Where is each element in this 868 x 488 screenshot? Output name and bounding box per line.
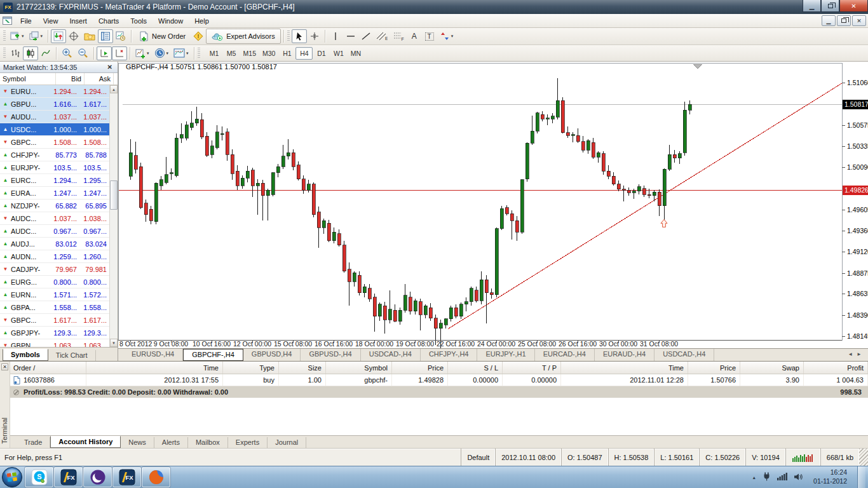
line-chart-mode-button[interactable] xyxy=(38,46,53,60)
network-signal-icon[interactable] xyxy=(777,473,787,482)
timeframe-m1[interactable]: M1 xyxy=(206,47,223,60)
column-ask[interactable]: Ask xyxy=(85,73,114,85)
scrollbar-thumb[interactable] xyxy=(110,180,118,210)
chart-shift-button[interactable] xyxy=(112,46,127,60)
timeframe-d1[interactable]: D1 xyxy=(313,47,330,60)
toolbar-grip[interactable] xyxy=(3,48,6,59)
profiles-button[interactable]: ▾ xyxy=(27,29,46,43)
new-order-button[interactable]: New Order xyxy=(134,29,191,43)
orders-column-4[interactable]: Symbol xyxy=(326,362,392,374)
market-watch-row-nzdjpy[interactable]: ▲NZDJPY-65.88265.895 xyxy=(0,200,109,212)
market-watch-row-audn[interactable]: ▲AUDN...1.259...1.260... xyxy=(0,250,109,263)
tray-clock[interactable]: 16:24 01-11-2012 xyxy=(810,468,851,485)
strategy-tester-button[interactable] xyxy=(113,29,128,43)
market-watch-row-usdc[interactable]: ▲USDC...1.000...1.000... xyxy=(0,123,109,136)
market-watch-column-headers[interactable]: Symbol Bid Ask xyxy=(0,73,118,85)
auto-scroll-button[interactable] xyxy=(97,46,112,60)
timeframe-mn[interactable]: MN xyxy=(347,47,364,60)
column-bid[interactable]: Bid xyxy=(56,73,85,85)
metaquotes-alert-icon[interactable]: ! xyxy=(191,29,206,43)
market-watch-close-icon[interactable]: ✕ xyxy=(105,64,114,71)
market-watch-tab-tick-chart[interactable]: Tick Chart xyxy=(48,350,96,361)
orders-column-3[interactable]: Size xyxy=(279,362,326,374)
templates-button[interactable]: ▾ xyxy=(171,46,191,60)
zoom-out-button[interactable] xyxy=(75,46,91,60)
chart-tab-5[interactable]: CHFJPY-,H4 xyxy=(421,349,478,361)
tab-scroll-arrows-icon[interactable]: ◄► xyxy=(848,351,865,357)
candlestick-mode-button[interactable] xyxy=(23,46,38,60)
menu-file[interactable]: File xyxy=(15,15,37,27)
text-tool-button[interactable]: A xyxy=(407,29,422,43)
close-button[interactable]: ✕ xyxy=(839,0,868,12)
equidistant-channel-tool-button[interactable]: E xyxy=(374,29,390,43)
menu-tools[interactable]: Tools xyxy=(125,15,153,27)
market-watch-row-audj[interactable]: ▲AUDJ...83.01283.024 xyxy=(0,238,109,250)
market-watch-row-audc[interactable]: ▲AUDC...0.967...0.967... xyxy=(0,225,109,238)
order-row[interactable]: 160378862012.10.31 17:55buy1.00gbpchf-1.… xyxy=(10,374,868,386)
chart-tab-6[interactable]: EURJPY-,H1 xyxy=(477,349,534,361)
tray-expand-icon[interactable]: ▲ xyxy=(752,475,756,480)
terminal-tab-news[interactable]: News xyxy=(121,437,154,448)
chart-tab-2[interactable]: GBPUSD,H4 xyxy=(243,349,301,361)
orders-column-5[interactable]: Price xyxy=(392,362,448,374)
data-window-button[interactable] xyxy=(66,29,81,43)
arrows-tool-button[interactable]: ▾ xyxy=(437,29,456,43)
market-watch-toggle-button[interactable] xyxy=(51,29,66,43)
terminal-close-icon[interactable]: ✕ xyxy=(1,363,8,370)
timeframe-w1[interactable]: W1 xyxy=(330,47,347,60)
orders-column-6[interactable]: S / L xyxy=(448,362,503,374)
periods-button[interactable]: ▾ xyxy=(152,46,172,60)
toolbar-grip[interactable] xyxy=(3,30,6,42)
market-watch-row-eurn[interactable]: ▲EURN...1.571...1.572... xyxy=(0,288,109,301)
market-watch-row-eurjpy[interactable]: ▲EURJPY-103.5...103.5... xyxy=(0,161,109,174)
vertical-line-tool-button[interactable] xyxy=(328,29,343,43)
indicators-button[interactable]: ▾ xyxy=(133,46,152,60)
timeframe-m5[interactable]: M5 xyxy=(223,47,240,60)
orders-column-0[interactable]: Order / xyxy=(10,362,86,374)
navigator-button[interactable] xyxy=(81,29,98,43)
skype-taskbar-button[interactable]: S xyxy=(25,467,53,487)
power-plug-icon[interactable] xyxy=(763,472,771,482)
market-watch-row-chfjpy[interactable]: ▲CHFJPY-85.77385.788 xyxy=(0,149,109,161)
fibonacci-tool-button[interactable]: F xyxy=(390,29,407,43)
terminal-tab-trade[interactable]: Trade xyxy=(17,437,50,448)
chart-tab-3[interactable]: GBPUSD-,H4 xyxy=(301,349,360,361)
volume-icon[interactable] xyxy=(794,473,803,482)
menu-charts[interactable]: Charts xyxy=(93,15,125,27)
menu-window[interactable]: Window xyxy=(153,15,189,27)
market-watch-row-gbpjpy[interactable]: ▲GBPJPY-129.3...129.3... xyxy=(0,327,109,339)
market-watch-row-cadjpy[interactable]: ▼CADJPY-79.96779.981 xyxy=(0,263,109,276)
terminal-tab-mailbox[interactable]: Mailbox xyxy=(188,437,228,448)
price-chart-canvas[interactable]: 1.510601.505751.503351.500901.496051.493… xyxy=(118,62,868,348)
market-watch-tab-symbols[interactable]: Symbols xyxy=(3,349,48,361)
market-watch-row-gbpa[interactable]: ▲GBPA...1.558...1.558... xyxy=(0,301,109,314)
terminal-toggle-button[interactable] xyxy=(98,29,113,43)
chart-tab-4[interactable]: USDCAD-,H4 xyxy=(361,349,421,361)
timeframe-m15[interactable]: M15 xyxy=(240,47,259,60)
terminal-tab-alerts[interactable]: Alerts xyxy=(154,437,188,448)
chart-window-icon[interactable] xyxy=(3,17,12,25)
metatrader-taskbar-button[interactable]: FX xyxy=(54,467,83,487)
firefox-taskbar-button[interactable] xyxy=(142,467,170,487)
cursor-tool-button[interactable] xyxy=(292,29,307,43)
market-watch-row-eura[interactable]: ▲EURA...1.247...1.247... xyxy=(0,187,109,200)
title-bar[interactable]: FX 217722139: FXPRIMUS - MetaTrader 4 Pl… xyxy=(0,0,868,14)
column-symbol[interactable]: Symbol xyxy=(0,73,56,85)
market-watch-row-eurg[interactable]: ▲EURG...0.800...0.800... xyxy=(0,276,109,288)
minimize-button[interactable]: ▁ xyxy=(803,0,821,12)
toolbar-grip[interactable] xyxy=(287,30,290,42)
market-watch-header[interactable]: Market Watch: 13:54:35 ✕ xyxy=(0,62,118,73)
status-profile[interactable]: Default xyxy=(461,449,495,466)
terminal-tab-experts[interactable]: Experts xyxy=(228,437,268,448)
terminal-tab-journal[interactable]: Journal xyxy=(268,437,306,448)
toolbar-grip[interactable] xyxy=(198,48,200,59)
chart-restore-button[interactable] xyxy=(837,15,851,26)
chart-tab-7[interactable]: EURCAD-,H4 xyxy=(535,349,595,361)
zoom-in-button[interactable] xyxy=(59,46,75,60)
timeframe-h4[interactable]: H4 xyxy=(295,47,313,60)
orders-column-10[interactable]: Swap xyxy=(740,362,804,374)
show-desktop-button[interactable] xyxy=(857,466,865,488)
orders-column-7[interactable]: T / P xyxy=(503,362,561,374)
crescent-taskbar-button[interactable] xyxy=(83,467,112,487)
chart-tab-8[interactable]: EURAUD-,H4 xyxy=(595,349,654,361)
